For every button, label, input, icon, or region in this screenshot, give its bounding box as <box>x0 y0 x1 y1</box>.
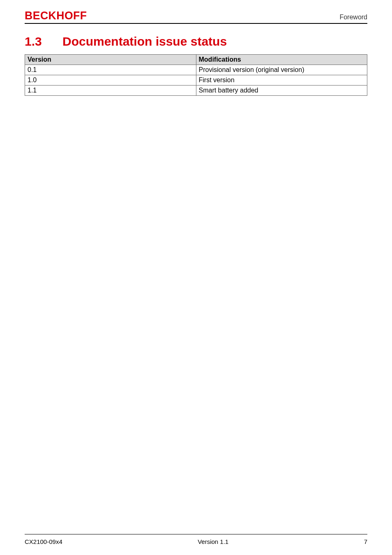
table-row: 0.1 Provisional version (original versio… <box>25 65 367 75</box>
cell-modifications: First version <box>196 75 367 86</box>
issue-status-table: Version Modifications 0.1 Provisional ve… <box>25 54 367 96</box>
heading-number: 1.3 <box>25 35 62 49</box>
cell-modifications: Provisional version (original version) <box>196 65 367 75</box>
cell-version: 1.1 <box>25 86 196 96</box>
cell-version: 1.0 <box>25 75 196 86</box>
footer-right: 7 <box>364 538 367 545</box>
cell-version: 0.1 <box>25 65 196 75</box>
table-row: 1.0 First version <box>25 75 367 86</box>
breadcrumb: Foreword <box>339 14 367 21</box>
heading-title: Documentation issue status <box>62 35 227 49</box>
brand-logo: BECKHOFF <box>25 9 87 22</box>
table-row: 1.1 Smart battery added <box>25 86 367 96</box>
header-rule <box>25 23 367 24</box>
footer-rule <box>25 534 367 534</box>
footer-center: Version 1.1 <box>198 538 228 545</box>
footer-left: CX2100-09x4 <box>25 538 62 545</box>
th-modifications: Modifications <box>196 55 367 65</box>
cell-modifications: Smart battery added <box>196 86 367 96</box>
th-version: Version <box>25 55 196 65</box>
section-heading: 1.3 Documentation issue status <box>25 35 367 49</box>
